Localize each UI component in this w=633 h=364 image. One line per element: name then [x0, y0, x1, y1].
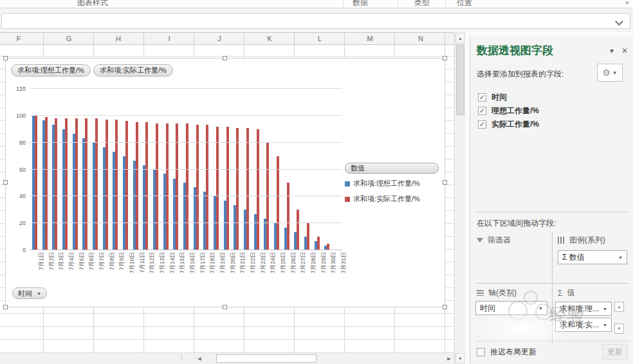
x-axis-label-slot: 7月25日	[271, 251, 282, 289]
chart-field-button[interactable]: 求和项:理想工作量/%	[11, 64, 91, 77]
chevron-down-icon[interactable]: ▼	[618, 255, 623, 260]
defer-layout-row[interactable]: 推迟布局更新	[477, 347, 537, 358]
selection-handle[interactable]	[443, 56, 447, 60]
horizontal-scrollbar[interactable]: ⁞ ◀ ▶	[0, 352, 454, 364]
x-axis-label-slot: 7月2日	[40, 251, 50, 289]
column-header-J[interactable]: J	[217, 35, 221, 42]
field-checkbox-row[interactable]: ✓时间	[478, 91, 627, 104]
y-axis-tick: 80	[19, 140, 26, 146]
column-header-M[interactable]: M	[367, 35, 372, 42]
scroll-down-icon[interactable]: ▼	[455, 353, 465, 363]
formula-bar-input[interactable]	[1, 13, 630, 29]
y-axis-tick: 120	[16, 86, 26, 92]
filter-icon	[477, 238, 483, 242]
ribbon-group-chart-styles: 图表样式	[77, 0, 108, 8]
pivot-chart[interactable]: 求和项:理想工作量/%求和项:实际工作量/% 020406080100120 7…	[5, 58, 445, 307]
selection-handle[interactable]	[3, 180, 8, 185]
ribbon-separator	[343, 0, 344, 8]
selection-handle[interactable]	[223, 305, 227, 309]
values-area-scrollbar[interactable]: ▲ ▼	[614, 302, 624, 334]
bar-series2-7月29日	[317, 237, 320, 250]
scroll-down-icon[interactable]: ▼	[614, 323, 624, 334]
selection-handle[interactable]	[223, 56, 227, 60]
column-header-I[interactable]: I	[168, 35, 170, 42]
selection-handle[interactable]	[3, 56, 8, 60]
selection-handle[interactable]	[443, 305, 447, 309]
axis-area-label: 轴(类别)	[488, 287, 517, 298]
bar-series2-7月5日	[75, 118, 78, 250]
x-axis-label-slot: 7月27日	[291, 251, 302, 289]
bar-series2-7月27日	[297, 210, 299, 250]
gridline	[30, 115, 342, 116]
update-button[interactable]: 更新	[602, 344, 628, 359]
vertical-scrollbar[interactable]: ▲ ▼	[454, 32, 465, 364]
column-header-H[interactable]: H	[116, 35, 121, 42]
pane-splitter-dots[interactable]: ⁞	[181, 354, 183, 361]
x-axis-label-slot: 7月24日	[261, 251, 271, 289]
pane-subtitle: 选择要添加到报表的字段:	[477, 69, 564, 80]
tools-button[interactable]: ⚙ ▼	[597, 64, 623, 82]
bar-series2-7月3日	[55, 118, 57, 250]
area-field-pill[interactable]: 时间▼	[475, 301, 547, 315]
scroll-right-icon[interactable]: ▶	[444, 354, 454, 363]
chevron-down-icon[interactable]: ▼	[603, 323, 607, 327]
category-slot	[271, 89, 282, 250]
scroll-up-icon[interactable]: ▲	[455, 33, 465, 43]
column-header-K[interactable]: K	[267, 35, 271, 42]
pane-options-icon[interactable]: ▾	[610, 46, 614, 55]
chevron-down-icon: ▼	[37, 291, 41, 296]
column-header-F[interactable]: F	[17, 35, 21, 42]
divider	[552, 232, 553, 343]
x-axis-label-slot: 7月19日	[211, 251, 221, 289]
category-slot	[291, 89, 302, 250]
checkbox[interactable]: ✓	[478, 93, 486, 102]
x-axis-label-slot: 7月23日	[252, 251, 262, 289]
column-header-L[interactable]: L	[318, 35, 322, 42]
vertical-scroll-thumb[interactable]	[456, 44, 464, 115]
column-header-N[interactable]: N	[418, 35, 423, 42]
y-axis-tick: 60	[19, 167, 26, 173]
checkbox[interactable]: ✓	[478, 120, 486, 129]
field-checkbox-row[interactable]: ✓实际工作量/%	[478, 118, 627, 131]
checkbox[interactable]	[477, 348, 485, 356]
scroll-up-icon[interactable]: ▲	[614, 302, 624, 312]
category-slot	[231, 89, 241, 250]
chevron-down-icon[interactable]	[615, 17, 623, 26]
pane-close-icon[interactable]: ✕	[621, 46, 628, 55]
checkbox[interactable]: ✓	[478, 107, 486, 115]
field-checkbox-row[interactable]: ✓理想工作量/%	[478, 104, 627, 118]
bar-series2-7月4日	[65, 118, 68, 250]
selection-handle[interactable]	[3, 305, 8, 309]
plot-area	[30, 89, 342, 250]
close-icon[interactable]: ×	[625, 0, 629, 6]
legend-entry: 求和项:理想工作量/%	[345, 179, 440, 188]
x-axis-label-slot: 7月12日	[140, 251, 151, 289]
x-axis-label-slot: 7月15日	[170, 251, 181, 289]
gear-icon: ⚙	[602, 68, 610, 78]
legend-values-button[interactable]: 数值	[345, 163, 439, 174]
selection-handle[interactable]	[443, 180, 447, 185]
x-axis-label: 7月31日	[340, 252, 347, 273]
area-field-pill[interactable]: 求和项:理...▼	[555, 302, 612, 316]
bar-series2-7月15日	[176, 123, 178, 250]
area-field-pill[interactable]: Σ 数值▼	[558, 250, 627, 264]
bar-series2-7月20日	[226, 127, 229, 250]
column-header-G[interactable]: G	[66, 35, 72, 42]
horizontal-scroll-thumb[interactable]	[216, 354, 316, 363]
gridline	[30, 223, 342, 223]
bar-series2-7月22日	[246, 128, 249, 250]
x-axis-label-slot: 7月28日	[302, 251, 312, 289]
y-axis: 020406080100120	[6, 89, 26, 250]
category-slot	[110, 89, 120, 250]
axis-field-button[interactable]: 时间 ▼	[12, 287, 47, 299]
values-area-header: Σ 值	[558, 287, 574, 298]
bar-series2-7月28日	[307, 223, 309, 250]
bar-series2-7月1日	[35, 116, 37, 250]
area-field-pill[interactable]: 求和项:实...▼	[555, 318, 612, 332]
bar-series2-7月7日	[95, 118, 98, 250]
scroll-left-icon[interactable]: ◀	[194, 354, 205, 363]
x-axis-label-slot: 7月16日	[181, 251, 191, 289]
chart-field-button[interactable]: 求和项:实际工作量/%	[93, 64, 173, 77]
chevron-down-icon[interactable]: ▼	[538, 306, 543, 311]
chevron-down-icon[interactable]: ▼	[603, 307, 607, 311]
